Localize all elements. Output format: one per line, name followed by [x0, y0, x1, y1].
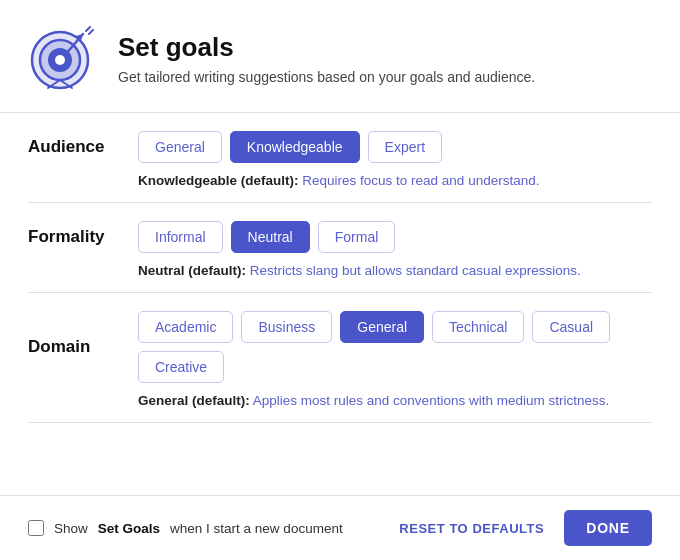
domain-btn-academic[interactable]: Academic — [138, 311, 233, 343]
domain-description: General (default): Applies most rules an… — [138, 393, 652, 408]
formality-btn-informal[interactable]: Informal — [138, 221, 223, 253]
checkbox-suffix: when I start a new document — [170, 521, 343, 536]
formality-desc-strong: Neutral (default): — [138, 263, 246, 278]
audience-btn-general[interactable]: General — [138, 131, 222, 163]
svg-line-8 — [86, 27, 90, 31]
done-button[interactable]: DONE — [564, 510, 652, 546]
audience-section: Audience General Knowledgeable Expert Kn… — [28, 113, 652, 203]
footer-actions: RESET TO DEFAULTS DONE — [395, 510, 652, 546]
domain-btn-business[interactable]: Business — [241, 311, 332, 343]
formality-btn-formal[interactable]: Formal — [318, 221, 396, 253]
page-subtitle: Get tailored writing suggestions based o… — [118, 69, 535, 85]
svg-point-5 — [55, 55, 65, 65]
page-title: Set goals — [118, 32, 535, 63]
set-goals-page: Set goals Get tailored writing suggestio… — [0, 0, 680, 560]
audience-btn-knowledgeable[interactable]: Knowledgeable — [230, 131, 360, 163]
domain-btn-group: Academic Business General Technical Casu… — [138, 311, 652, 383]
formality-row: Formality Informal Neutral Formal — [28, 221, 652, 253]
target-icon — [28, 22, 100, 94]
formality-desc-text: Restricts slang but allows standard casu… — [250, 263, 581, 278]
formality-btn-neutral[interactable]: Neutral — [231, 221, 310, 253]
domain-section: Domain Academic Business General Technic… — [28, 293, 652, 423]
domain-btn-creative[interactable]: Creative — [138, 351, 224, 383]
domain-btn-technical[interactable]: Technical — [432, 311, 524, 343]
header-section: Set goals Get tailored writing suggestio… — [0, 0, 680, 112]
audience-desc-text: Requires focus to read and understand. — [302, 173, 539, 188]
domain-label: Domain — [28, 337, 138, 357]
settings-area: Audience General Knowledgeable Expert Kn… — [0, 113, 680, 495]
domain-btn-casual[interactable]: Casual — [532, 311, 610, 343]
formality-btn-group: Informal Neutral Formal — [138, 221, 395, 253]
domain-desc-strong: General (default): — [138, 393, 250, 408]
reset-button[interactable]: RESET TO DEFAULTS — [395, 515, 548, 542]
audience-btn-group: General Knowledgeable Expert — [138, 131, 442, 163]
audience-label: Audience — [28, 137, 138, 157]
domain-row: Domain Academic Business General Technic… — [28, 311, 652, 383]
formality-label: Formality — [28, 227, 138, 247]
svg-line-9 — [89, 30, 93, 34]
audience-row: Audience General Knowledgeable Expert — [28, 131, 652, 163]
audience-description: Knowledgeable (default): Requires focus … — [138, 173, 652, 188]
formality-description: Neutral (default): Restricts slang but a… — [138, 263, 652, 278]
show-goals-checkbox[interactable] — [28, 520, 44, 536]
audience-btn-expert[interactable]: Expert — [368, 131, 442, 163]
formality-section: Formality Informal Neutral Formal Neutra… — [28, 203, 652, 293]
checkbox-bold: Set Goals — [98, 521, 160, 536]
header-text: Set goals Get tailored writing suggestio… — [118, 32, 535, 85]
show-goals-checkbox-label[interactable]: Show Set Goals when I start a new docume… — [28, 520, 343, 536]
domain-btn-general[interactable]: General — [340, 311, 424, 343]
domain-desc-text: Applies most rules and conventions with … — [253, 393, 609, 408]
checkbox-prefix: Show — [54, 521, 88, 536]
audience-desc-strong: Knowledgeable (default): — [138, 173, 299, 188]
footer: Show Set Goals when I start a new docume… — [0, 495, 680, 560]
